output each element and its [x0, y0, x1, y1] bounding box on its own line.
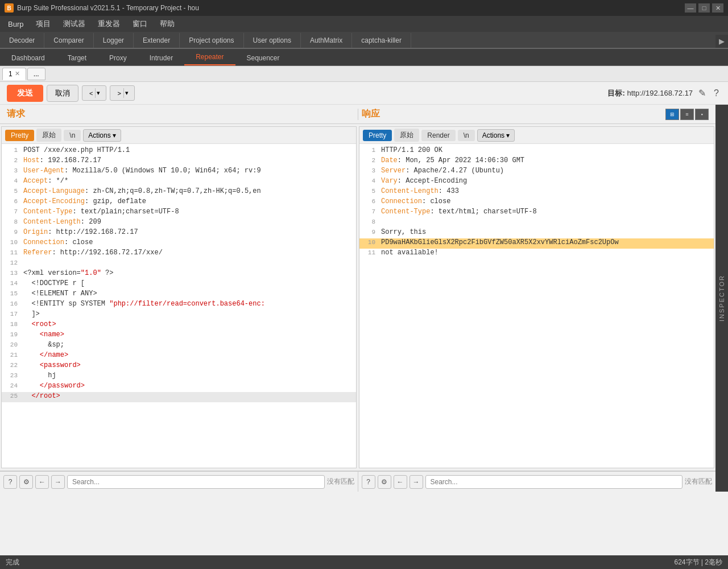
code-line: 24 </password>: [2, 382, 356, 392]
maximize-btn[interactable]: □: [698, 3, 710, 13]
target-url: http://192.168.72.17: [627, 89, 693, 97]
code-line: 3User-Agent: Mozilla/5.0 (Windows NT 10.…: [2, 167, 356, 177]
nav-next-group[interactable]: > ▾: [110, 85, 134, 101]
req-no-match-label: 没有匹配: [327, 477, 354, 486]
tab-decoder[interactable]: Decoder: [0, 33, 44, 48]
code-line: 11Referer: http://192.168.72.17/xxe/: [2, 249, 356, 259]
tab-more[interactable]: ...: [27, 68, 46, 80]
tab-proxy[interactable]: Proxy: [98, 51, 138, 65]
nav-next-btn[interactable]: >: [115, 89, 123, 98]
resp-tab-newline[interactable]: \n: [458, 130, 475, 141]
tab-target[interactable]: Target: [56, 51, 98, 65]
code-line: 23 hj: [2, 372, 356, 382]
resp-help-icon[interactable]: ?: [362, 475, 375, 489]
code-line: 1HTTP/1.1 200 OK: [359, 146, 714, 156]
resp-prev-icon[interactable]: ←: [394, 475, 407, 489]
request-code-area[interactable]: 1POST /xxe/xxe.php HTTP/1.1 2Host: 192.1…: [2, 144, 356, 468]
nav-next-drop-icon[interactable]: ▾: [123, 88, 130, 98]
resp-next-icon[interactable]: →: [410, 475, 423, 489]
resp-tab-pretty[interactable]: Pretty: [363, 130, 392, 141]
code-line: 11not available!: [359, 249, 714, 259]
resp-actions-btn[interactable]: Actions ▾: [477, 129, 515, 142]
menu-project[interactable]: 项目: [30, 17, 56, 31]
response-search-input[interactable]: [425, 475, 683, 489]
tab-extender[interactable]: Extender: [134, 33, 180, 48]
help-button[interactable]: ?: [712, 87, 721, 100]
req-tab-raw[interactable]: 原始: [36, 129, 61, 142]
response-toolbar: Pretty 原始 Render \n Actions ▾: [359, 127, 714, 144]
tab-authmatrix[interactable]: AuthMatrix: [301, 33, 352, 48]
code-line: 8Content-Length: 209: [2, 218, 356, 228]
code-line: 4Accept: */*: [2, 177, 356, 187]
req-tab-newline[interactable]: \n: [64, 130, 81, 141]
view-split-btn[interactable]: ⊞: [665, 109, 679, 120]
scroll-right-icon[interactable]: ▶: [715, 35, 728, 48]
request-search-input[interactable]: [67, 475, 325, 489]
tab-repeater[interactable]: Repeater: [184, 50, 235, 65]
menu-tester[interactable]: 测试器: [57, 17, 91, 31]
code-line: 22 <password>: [2, 361, 356, 372]
req-prev-icon[interactable]: ←: [35, 475, 49, 489]
code-line: 20 &sp;: [2, 341, 356, 351]
tab-sequencer[interactable]: Sequencer: [235, 51, 291, 65]
resp-tab-render[interactable]: Render: [421, 130, 455, 141]
target-label: 目标: http://192.168.72.17: [607, 88, 693, 98]
tab-comparer[interactable]: Comparer: [44, 33, 93, 48]
view-vertical-btn[interactable]: ≡: [680, 109, 694, 120]
minimize-btn[interactable]: —: [685, 3, 696, 13]
code-line: 6Accept-Encoding: gzip, deflate: [2, 197, 356, 208]
tab-dashboard[interactable]: Dashboard: [0, 51, 56, 65]
resp-settings-icon[interactable]: ⚙: [378, 475, 391, 489]
req-settings-icon[interactable]: ⚙: [19, 475, 33, 489]
code-line: 9Sorry, this: [359, 228, 714, 238]
tab-captcha-killer[interactable]: captcha-killer: [352, 33, 411, 48]
send-button[interactable]: 发送: [7, 85, 43, 102]
tab-bar-second: Dashboard Target Proxy Intruder Repeater…: [0, 49, 728, 66]
tab-user-options[interactable]: User options: [244, 33, 301, 48]
cancel-button[interactable]: 取消: [47, 85, 78, 102]
resp-no-match-label: 没有匹配: [685, 477, 712, 486]
code-line-highlighted: 10PD9waHAKbGlieGlsX2Rpc2FibGVfZW50aXR5X2…: [359, 238, 714, 249]
code-line-highlighted: 25 </root>: [2, 392, 356, 402]
code-line: 18 <root>: [2, 320, 356, 331]
req-tab-pretty[interactable]: Pretty: [5, 130, 34, 141]
menu-help[interactable]: 帮助: [154, 17, 180, 31]
code-line: 19 <name>: [2, 331, 356, 341]
nav-prev-drop-icon[interactable]: ▾: [95, 88, 101, 98]
tab-close-icon[interactable]: ✕: [15, 70, 20, 77]
code-line: 16 <!ENTITY sp SYSTEM "php://filter/read…: [2, 300, 356, 310]
tab-project-options[interactable]: Project options: [180, 33, 243, 48]
nav-prev-btn[interactable]: <: [87, 89, 95, 98]
response-code-area[interactable]: 1HTTP/1.1 200 OK 2Date: Mon, 25 Apr 2022…: [359, 144, 714, 468]
inspector-sidebar[interactable]: INSPECTOR: [715, 105, 728, 492]
tab-logger[interactable]: Logger: [94, 33, 134, 48]
toolbar: 发送 取消 < ▾ > ▾ 目标: http://192.168.72.17 ✎…: [0, 82, 728, 105]
tab-1[interactable]: 1 ✕: [2, 68, 26, 80]
code-line: 6Connection: close: [359, 197, 714, 208]
window-controls[interactable]: — □ ✕: [685, 3, 723, 13]
req-next-icon[interactable]: →: [51, 475, 65, 489]
edit-target-button[interactable]: ✎: [696, 86, 708, 100]
req-help-icon[interactable]: ?: [3, 475, 17, 489]
code-line: 15 <!ELEMENT r ANY>: [2, 290, 356, 300]
resp-tab-raw[interactable]: 原始: [394, 129, 419, 142]
code-line: 12: [2, 259, 356, 269]
title-bar: B Burp Suite Professional v2021.5.1 - Te…: [0, 0, 728, 16]
menu-window[interactable]: 窗口: [127, 17, 153, 31]
view-horizontal-btn[interactable]: ▪: [695, 109, 709, 120]
status-left: 完成: [6, 558, 19, 567]
tab-intruder[interactable]: Intruder: [138, 51, 184, 65]
close-btn[interactable]: ✕: [712, 3, 723, 13]
panels-row: Pretty 原始 \n Actions ▾ 1POST /xxe/xxe.ph…: [0, 124, 715, 471]
tab-bar-top: Decoder Comparer Logger Extender Project…: [0, 32, 728, 49]
code-line: 7Content-Type: text/html; charset=UTF-8: [359, 208, 714, 218]
menu-burp[interactable]: Burp: [2, 18, 29, 31]
code-line: 2Host: 192.168.72.17: [2, 156, 356, 167]
menu-repeater[interactable]: 重发器: [92, 17, 126, 31]
response-section-title: 响应: [362, 108, 380, 120]
code-line: 3Server: Apache/2.4.27 (Ubuntu): [359, 167, 714, 177]
request-section-title: 请求: [7, 108, 25, 120]
nav-prev-group[interactable]: < ▾: [82, 85, 106, 101]
bottom-bars: ? ⚙ ← → 没有匹配 ? ⚙ ← → 没有匹配: [0, 471, 715, 492]
req-actions-btn[interactable]: Actions ▾: [83, 129, 121, 142]
